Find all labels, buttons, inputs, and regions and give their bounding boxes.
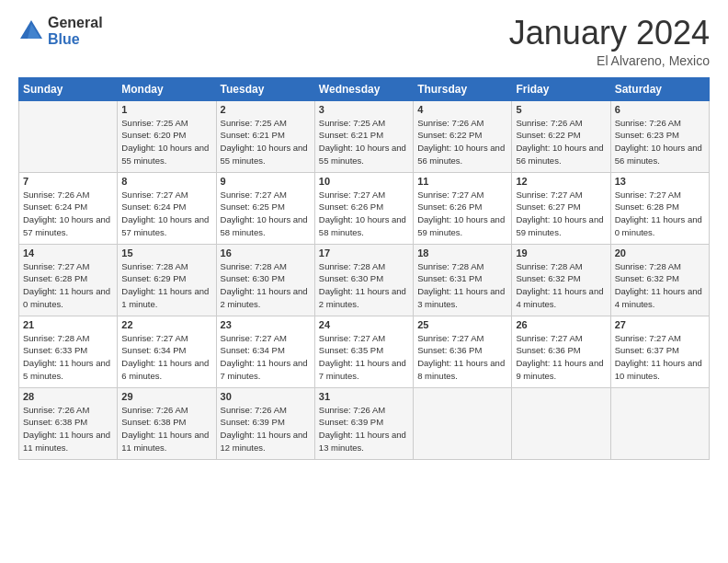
cell-content: Sunrise: 7:27 AMSunset: 6:26 PMDaylight:…	[319, 189, 409, 239]
col-header-sunday: Sunday	[19, 77, 118, 100]
calendar-cell: 25Sunrise: 7:27 AMSunset: 6:36 PMDayligh…	[414, 316, 512, 387]
col-header-monday: Monday	[118, 77, 216, 100]
logo-general-text: General	[48, 15, 103, 31]
day-number: 19	[516, 247, 606, 259]
calendar-cell: 26Sunrise: 7:27 AMSunset: 6:36 PMDayligh…	[512, 316, 610, 387]
cell-content: Sunrise: 7:26 AMSunset: 6:24 PMDaylight:…	[23, 189, 113, 239]
day-number: 17	[319, 247, 409, 259]
calendar-cell	[610, 387, 709, 459]
calendar-cell: 8Sunrise: 7:27 AMSunset: 6:24 PMDaylight…	[118, 172, 216, 244]
cell-content: Sunrise: 7:26 AMSunset: 6:23 PMDaylight:…	[615, 117, 705, 167]
day-number: 13	[615, 176, 705, 187]
day-number: 5	[516, 104, 606, 115]
day-number: 7	[23, 176, 113, 187]
cell-content: Sunrise: 7:27 AMSunset: 6:34 PMDaylight:…	[221, 332, 311, 383]
calendar-cell: 3Sunrise: 7:25 AMSunset: 6:21 PMDaylight…	[314, 100, 413, 172]
page: General Blue January 2024 El Alvareno, M…	[0, 0, 728, 563]
calendar-cell: 27Sunrise: 7:27 AMSunset: 6:37 PMDayligh…	[610, 316, 709, 387]
day-number: 26	[516, 319, 606, 330]
day-number: 2	[221, 104, 311, 115]
calendar-cell: 11Sunrise: 7:27 AMSunset: 6:26 PMDayligh…	[414, 172, 512, 244]
calendar-cell: 31Sunrise: 7:26 AMSunset: 6:39 PMDayligh…	[314, 387, 413, 459]
week-row-2: 14Sunrise: 7:27 AMSunset: 6:28 PMDayligh…	[19, 244, 710, 316]
calendar-cell: 5Sunrise: 7:26 AMSunset: 6:22 PMDaylight…	[512, 100, 610, 172]
cell-content: Sunrise: 7:27 AMSunset: 6:28 PMDaylight:…	[615, 189, 705, 239]
week-row-3: 21Sunrise: 7:28 AMSunset: 6:33 PMDayligh…	[19, 316, 710, 387]
cell-content: Sunrise: 7:25 AMSunset: 6:21 PMDaylight:…	[319, 117, 409, 167]
header-row: SundayMondayTuesdayWednesdayThursdayFrid…	[19, 77, 710, 100]
day-number: 15	[121, 247, 211, 259]
day-number: 6	[615, 104, 705, 115]
cell-content: Sunrise: 7:28 AMSunset: 6:30 PMDaylight:…	[221, 260, 311, 311]
calendar-cell	[414, 387, 512, 459]
week-row-1: 7Sunrise: 7:26 AMSunset: 6:24 PMDaylight…	[19, 172, 710, 244]
day-number: 22	[121, 319, 211, 330]
cell-content: Sunrise: 7:25 AMSunset: 6:20 PMDaylight:…	[121, 117, 211, 167]
logo-text: General Blue	[48, 15, 103, 47]
cell-content: Sunrise: 7:27 AMSunset: 6:34 PMDaylight:…	[121, 332, 211, 383]
cell-content: Sunrise: 7:27 AMSunset: 6:27 PMDaylight:…	[516, 189, 606, 239]
calendar-cell: 16Sunrise: 7:28 AMSunset: 6:30 PMDayligh…	[216, 244, 314, 316]
day-number: 8	[121, 176, 211, 187]
calendar-cell: 14Sunrise: 7:27 AMSunset: 6:28 PMDayligh…	[19, 244, 118, 316]
day-number: 11	[417, 176, 507, 187]
cell-content: Sunrise: 7:27 AMSunset: 6:36 PMDaylight:…	[516, 332, 606, 383]
col-header-thursday: Thursday	[414, 77, 512, 100]
calendar-cell: 19Sunrise: 7:28 AMSunset: 6:32 PMDayligh…	[512, 244, 610, 316]
calendar-cell: 6Sunrise: 7:26 AMSunset: 6:23 PMDaylight…	[610, 100, 709, 172]
day-number: 27	[615, 319, 705, 330]
cell-content: Sunrise: 7:27 AMSunset: 6:28 PMDaylight:…	[23, 260, 113, 311]
day-number: 9	[221, 176, 311, 187]
day-number: 21	[23, 319, 113, 330]
cell-content: Sunrise: 7:28 AMSunset: 6:33 PMDaylight:…	[23, 332, 113, 383]
cell-content: Sunrise: 7:27 AMSunset: 6:26 PMDaylight:…	[417, 189, 507, 239]
cell-content: Sunrise: 7:26 AMSunset: 6:22 PMDaylight:…	[516, 117, 606, 167]
day-number: 23	[221, 319, 311, 330]
cell-content: Sunrise: 7:28 AMSunset: 6:29 PMDaylight:…	[121, 260, 211, 311]
calendar-cell: 28Sunrise: 7:26 AMSunset: 6:38 PMDayligh…	[19, 387, 118, 459]
cell-content: Sunrise: 7:28 AMSunset: 6:32 PMDaylight:…	[516, 260, 606, 311]
calendar-cell: 18Sunrise: 7:28 AMSunset: 6:31 PMDayligh…	[414, 244, 512, 316]
day-number: 3	[319, 104, 409, 115]
day-number: 10	[319, 176, 409, 187]
col-header-friday: Friday	[512, 77, 610, 100]
cell-content: Sunrise: 7:27 AMSunset: 6:36 PMDaylight:…	[417, 332, 507, 383]
day-number: 24	[319, 319, 409, 330]
header: General Blue January 2024 El Alvareno, M…	[18, 15, 710, 68]
cell-content: Sunrise: 7:26 AMSunset: 6:22 PMDaylight:…	[417, 117, 507, 167]
day-number: 16	[221, 247, 311, 259]
calendar-cell: 9Sunrise: 7:27 AMSunset: 6:25 PMDaylight…	[216, 172, 314, 244]
calendar-cell: 24Sunrise: 7:27 AMSunset: 6:35 PMDayligh…	[314, 316, 413, 387]
calendar-cell: 4Sunrise: 7:26 AMSunset: 6:22 PMDaylight…	[414, 100, 512, 172]
col-header-tuesday: Tuesday	[216, 77, 314, 100]
calendar-cell: 2Sunrise: 7:25 AMSunset: 6:21 PMDaylight…	[216, 100, 314, 172]
calendar-cell: 29Sunrise: 7:26 AMSunset: 6:38 PMDayligh…	[118, 387, 216, 459]
day-number: 12	[516, 176, 606, 187]
col-header-wednesday: Wednesday	[314, 77, 413, 100]
cell-content: Sunrise: 7:28 AMSunset: 6:30 PMDaylight:…	[319, 260, 409, 311]
calendar-cell	[19, 100, 118, 172]
cell-content: Sunrise: 7:26 AMSunset: 6:38 PMDaylight:…	[23, 404, 113, 454]
day-number: 14	[23, 247, 113, 259]
calendar-cell: 7Sunrise: 7:26 AMSunset: 6:24 PMDaylight…	[19, 172, 118, 244]
cell-content: Sunrise: 7:26 AMSunset: 6:39 PMDaylight:…	[221, 404, 311, 454]
day-number: 25	[417, 319, 507, 330]
day-number: 28	[23, 391, 113, 402]
calendar-cell: 23Sunrise: 7:27 AMSunset: 6:34 PMDayligh…	[216, 316, 314, 387]
cell-content: Sunrise: 7:28 AMSunset: 6:32 PMDaylight:…	[615, 260, 705, 311]
cell-content: Sunrise: 7:27 AMSunset: 6:35 PMDaylight:…	[319, 332, 409, 383]
cell-content: Sunrise: 7:27 AMSunset: 6:25 PMDaylight:…	[221, 189, 311, 239]
cell-content: Sunrise: 7:28 AMSunset: 6:31 PMDaylight:…	[417, 260, 507, 311]
week-row-4: 28Sunrise: 7:26 AMSunset: 6:38 PMDayligh…	[19, 387, 710, 459]
calendar-cell: 17Sunrise: 7:28 AMSunset: 6:30 PMDayligh…	[314, 244, 413, 316]
day-number: 29	[121, 391, 211, 402]
calendar-cell: 1Sunrise: 7:25 AMSunset: 6:20 PMDaylight…	[118, 100, 216, 172]
month-title: January 2024	[509, 15, 710, 52]
cell-content: Sunrise: 7:25 AMSunset: 6:21 PMDaylight:…	[221, 117, 311, 167]
calendar-cell: 15Sunrise: 7:28 AMSunset: 6:29 PMDayligh…	[118, 244, 216, 316]
cell-content: Sunrise: 7:26 AMSunset: 6:39 PMDaylight:…	[319, 404, 409, 454]
calendar-cell: 13Sunrise: 7:27 AMSunset: 6:28 PMDayligh…	[610, 172, 709, 244]
cell-content: Sunrise: 7:27 AMSunset: 6:24 PMDaylight:…	[121, 189, 211, 239]
calendar-cell: 21Sunrise: 7:28 AMSunset: 6:33 PMDayligh…	[19, 316, 118, 387]
location: El Alvareno, Mexico	[509, 53, 710, 68]
